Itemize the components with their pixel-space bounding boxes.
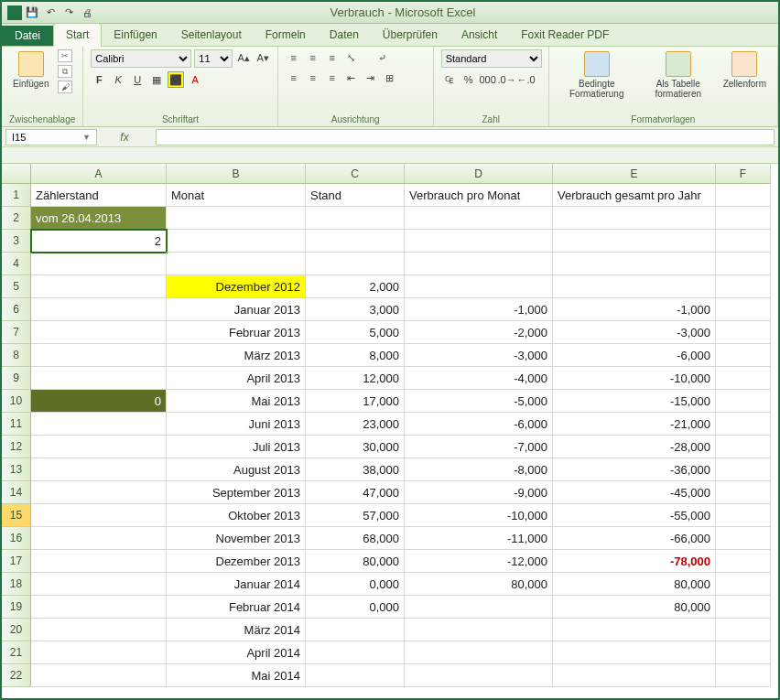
cell-B8[interactable]: März 2013: [167, 344, 306, 367]
cell-D7[interactable]: -2,000: [405, 321, 553, 344]
cell-D21[interactable]: [405, 641, 553, 664]
cell-A20[interactable]: [31, 619, 167, 641]
row-header-7[interactable]: 7: [2, 321, 31, 344]
cell-A10[interactable]: 0: [31, 390, 167, 413]
cell-F13[interactable]: [716, 458, 771, 481]
cell-B10[interactable]: Mai 2013: [167, 390, 306, 413]
tab-view[interactable]: Ansicht: [450, 24, 509, 46]
cell-C22[interactable]: [306, 664, 405, 687]
orientation-icon[interactable]: ⤡: [343, 49, 360, 66]
cell-A9[interactable]: [31, 367, 167, 390]
cell-F3[interactable]: [716, 230, 771, 253]
row-header-9[interactable]: 9: [2, 367, 31, 390]
font-name-combo[interactable]: Calibri: [91, 49, 191, 68]
cell-E11[interactable]: -21,000: [553, 413, 716, 436]
cell-A18[interactable]: [31, 573, 167, 596]
row-header-12[interactable]: 12: [2, 436, 31, 458]
cell-F15[interactable]: [716, 504, 771, 527]
cell-F17[interactable]: [716, 550, 771, 573]
cell-E1[interactable]: Verbrauch gesamt pro Jahr: [553, 184, 716, 207]
row-header-5[interactable]: 5: [2, 275, 31, 298]
col-header-F[interactable]: F: [716, 164, 771, 184]
row-header-13[interactable]: 13: [2, 458, 31, 481]
align-left-icon[interactable]: ≡: [286, 70, 302, 86]
cell-F6[interactable]: [716, 298, 771, 321]
cell-B22[interactable]: Mai 2014: [167, 664, 306, 687]
name-box[interactable]: I15▼: [5, 129, 97, 145]
col-header-A[interactable]: A: [31, 164, 167, 184]
cell-E15[interactable]: -55,000: [553, 504, 716, 527]
col-header-B[interactable]: B: [167, 164, 306, 184]
cell-D22[interactable]: [405, 664, 553, 687]
print-icon[interactable]: 🖨: [79, 5, 95, 21]
cell-F10[interactable]: [716, 390, 771, 413]
row-header-15[interactable]: 15: [2, 504, 31, 527]
row-header-20[interactable]: 20: [2, 619, 31, 641]
cell-C6[interactable]: 3,000: [306, 298, 405, 321]
cell-F19[interactable]: [716, 596, 771, 619]
cell-D13[interactable]: -8,000: [405, 458, 553, 481]
cell-F1[interactable]: [716, 184, 771, 207]
cell-E19[interactable]: 80,000: [553, 596, 716, 619]
cell-E8[interactable]: -6,000: [553, 344, 716, 367]
cell-A8[interactable]: [31, 344, 167, 367]
row-header-19[interactable]: 19: [2, 596, 31, 619]
cell-C15[interactable]: 57,000: [306, 504, 405, 527]
tab-file[interactable]: Datei: [2, 26, 53, 46]
cell-C16[interactable]: 68,000: [306, 527, 405, 550]
cell-C11[interactable]: 23,000: [306, 413, 405, 436]
cell-A3[interactable]: 2: [31, 230, 167, 253]
thousands-icon[interactable]: 000: [480, 71, 496, 88]
cell-B21[interactable]: April 2014: [167, 641, 306, 664]
cell-C4[interactable]: [306, 253, 405, 275]
cell-A12[interactable]: [31, 436, 167, 458]
cell-A1[interactable]: Zählerstand: [31, 184, 167, 207]
decrease-font-icon[interactable]: A▾: [255, 49, 271, 66]
cell-D4[interactable]: [405, 253, 553, 275]
redo-icon[interactable]: ↷: [60, 5, 77, 21]
cell-D18[interactable]: 80,000: [405, 573, 553, 596]
cell-F16[interactable]: [716, 527, 771, 550]
row-header-21[interactable]: 21: [2, 641, 31, 664]
cell-A6[interactable]: [31, 298, 167, 321]
cell-A22[interactable]: [31, 664, 167, 687]
decrease-indent-icon[interactable]: ⇤: [343, 70, 360, 86]
number-format-combo[interactable]: Standard: [441, 49, 542, 68]
increase-decimal-icon[interactable]: .0→: [499, 71, 515, 88]
font-size-combo[interactable]: 11: [194, 49, 233, 68]
cell-C19[interactable]: 0,000: [306, 596, 405, 619]
row-header-14[interactable]: 14: [2, 481, 31, 504]
fill-color-icon[interactable]: ⬛: [168, 71, 184, 88]
cell-E21[interactable]: [553, 641, 716, 664]
cell-A4[interactable]: [31, 253, 167, 275]
fx-icon[interactable]: fx: [97, 131, 152, 144]
cell-C14[interactable]: 47,000: [306, 481, 405, 504]
cell-B17[interactable]: Dezember 2013: [167, 550, 306, 573]
row-header-8[interactable]: 8: [2, 344, 31, 367]
cell-E22[interactable]: [553, 664, 716, 687]
cell-F2[interactable]: [716, 207, 771, 230]
cell-E10[interactable]: -15,000: [553, 390, 716, 413]
tab-review[interactable]: Überprüfen: [371, 24, 450, 46]
cut-icon[interactable]: ✂: [58, 49, 72, 62]
cell-D20[interactable]: [405, 619, 553, 641]
col-header-E[interactable]: E: [553, 164, 716, 184]
currency-icon[interactable]: ₠: [441, 71, 458, 88]
tab-formulas[interactable]: Formeln: [254, 24, 318, 46]
cell-E2[interactable]: [553, 207, 716, 230]
cell-D1[interactable]: Verbrauch pro Monat: [405, 184, 553, 207]
col-header-C[interactable]: C: [306, 164, 405, 184]
cell-E16[interactable]: -66,000: [553, 527, 716, 550]
cell-C5[interactable]: 2,000: [306, 275, 405, 298]
cell-A16[interactable]: [31, 527, 167, 550]
cell-B5[interactable]: Dezember 2012: [167, 275, 306, 298]
cell-D10[interactable]: -5,000: [405, 390, 553, 413]
align-top-icon[interactable]: ≡: [286, 49, 302, 66]
cell-C13[interactable]: 38,000: [306, 458, 405, 481]
cell-B3[interactable]: [167, 230, 306, 253]
cell-F12[interactable]: [716, 436, 771, 458]
cell-A7[interactable]: [31, 321, 167, 344]
cell-F5[interactable]: [716, 275, 771, 298]
cell-D8[interactable]: -3,000: [405, 344, 553, 367]
cell-E17[interactable]: -78,000: [553, 550, 716, 573]
